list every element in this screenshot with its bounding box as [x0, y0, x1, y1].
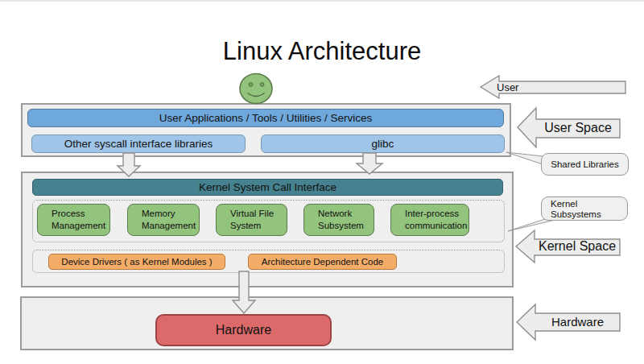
user-arrow-label: User	[497, 81, 518, 93]
top-divider	[0, 0, 644, 2]
other-syscall-libraries-bar: Other syscall interface libraries	[31, 134, 246, 153]
page-title: Linux Architecture	[0, 37, 644, 66]
subsystem-memory-management: Memory Management	[127, 204, 200, 236]
hardware-box: Hardware	[155, 314, 332, 346]
kernel-space-arrow-label: Kernel Space	[535, 239, 620, 254]
linux-architecture-diagram: Linux Architecture User Applications / T…	[0, 0, 644, 364]
subsystem-network-subsystem: Network Subsystem	[303, 204, 374, 236]
subsystem-virtual-file-system: Virtual File System	[216, 204, 287, 236]
subsystem-process-management: Process Management	[37, 204, 110, 236]
glibc-bar: glibc	[261, 134, 505, 153]
module-architecture-dependent-code: Architecture Dependent Code	[248, 254, 397, 270]
module-device-drivers: Device Drivers ( as Kernel Modules )	[48, 254, 225, 270]
callout-tail-shared-libraries	[506, 152, 543, 164]
kernel-subsystems-callout: Kernel Subsystems	[541, 196, 628, 221]
smiley-face-icon	[238, 72, 275, 106]
subsystem-interprocess-communication: Inter-process communication	[390, 204, 469, 236]
user-applications-bar: User Applications / Tools / Utilities / …	[27, 109, 504, 127]
kernel-syscall-interface-bar: Kernel System Call Interface	[32, 179, 503, 196]
user-space-arrow-label: User Space	[536, 121, 620, 135]
hardware-arrow-label: Hardware	[535, 315, 620, 329]
shared-libraries-callout: Shared Libraries	[541, 153, 629, 176]
